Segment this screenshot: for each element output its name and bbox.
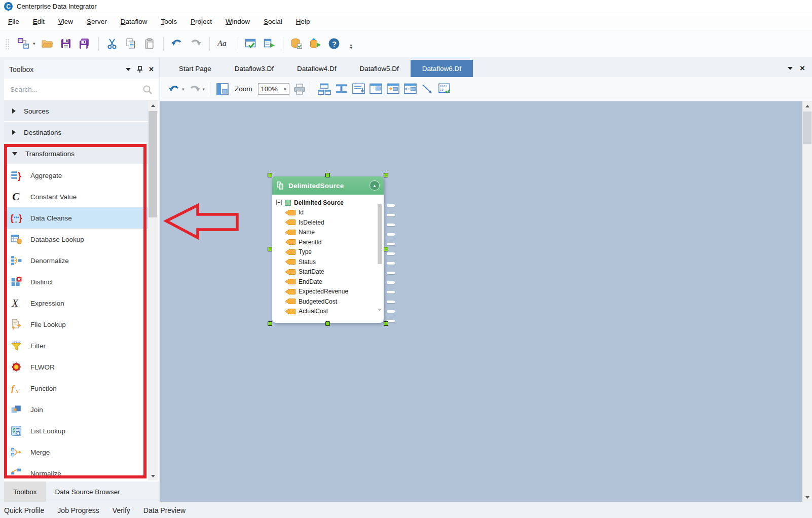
- redo-icon[interactable]: [189, 37, 203, 51]
- new-dropdown-icon[interactable]: ▾: [33, 41, 35, 46]
- menu-file[interactable]: File: [8, 18, 19, 25]
- close-document-icon[interactable]: ×: [800, 63, 805, 73]
- status-quick-profile[interactable]: Quick Profile: [4, 506, 44, 514]
- overview-icon[interactable]: [215, 82, 229, 96]
- scroll-up-icon[interactable]: [802, 101, 812, 110]
- toolbox-item-data-cleanse[interactable]: {}x Data Cleanse: [4, 207, 148, 229]
- panel-menu-icon[interactable]: [126, 68, 131, 71]
- tab-dataflow5[interactable]: Dataflow5.Df: [348, 60, 410, 77]
- save-icon[interactable]: [59, 37, 73, 51]
- scroll-down-icon[interactable]: [148, 471, 158, 480]
- start-job-icon[interactable]: [309, 37, 322, 51]
- node-field-row[interactable]: Type: [272, 247, 384, 257]
- tab-list-dropdown-icon[interactable]: [788, 67, 793, 70]
- node-root-row[interactable]: − Delimited Source: [272, 198, 384, 208]
- status-verify[interactable]: Verify: [113, 506, 130, 514]
- status-data-preview[interactable]: Data Preview: [143, 506, 186, 514]
- delimited-source-node[interactable]: DelimitedSource ▲ − Delimited Source Id …: [272, 176, 384, 323]
- toolbox-item-aggregate[interactable]: } Aggregate: [4, 165, 148, 186]
- tab-start-page[interactable]: Start Page: [167, 60, 223, 77]
- search-icon[interactable]: [142, 85, 153, 95]
- close-panel-icon[interactable]: ×: [149, 66, 154, 73]
- toolbox-item-distinct[interactable]: Distinct: [4, 271, 148, 292]
- menu-view[interactable]: View: [58, 18, 73, 25]
- node-field-row[interactable]: Id: [272, 208, 384, 218]
- toolbox-item-constant-value[interactable]: C Constant Value: [4, 186, 148, 207]
- toolbox-item-normalize[interactable]: Normalize: [4, 463, 148, 480]
- selection-handle[interactable]: [384, 247, 388, 251]
- menu-dataflow[interactable]: Dataflow: [121, 18, 147, 25]
- undo-dropdown-icon[interactable]: ▾: [182, 87, 184, 92]
- canvas-scrollbar[interactable]: [802, 101, 812, 502]
- node-field-row[interactable]: ExpectedRevenue: [272, 287, 384, 297]
- redo-icon[interactable]: [188, 82, 202, 96]
- verify-window-icon[interactable]: [244, 37, 257, 51]
- toolbar-overflow-icon[interactable]: ▾: [350, 45, 353, 50]
- toolbox-section-sources[interactable]: Sources: [4, 101, 148, 122]
- selection-handle[interactable]: [384, 173, 388, 177]
- menu-social[interactable]: Social: [264, 18, 282, 25]
- toolbox-section-destinations[interactable]: Destinations: [4, 122, 148, 143]
- print-icon[interactable]: [293, 82, 307, 96]
- zoom-select[interactable]: 100% ▾: [258, 83, 289, 95]
- node-field-row[interactable]: ParentId: [272, 237, 384, 247]
- open-icon[interactable]: [41, 37, 54, 51]
- menu-edit[interactable]: Edit: [33, 18, 45, 25]
- panel-preview-icon[interactable]: [369, 82, 383, 96]
- draw-link-icon[interactable]: [421, 82, 434, 96]
- new-dataflow-icon[interactable]: [16, 37, 30, 51]
- search-input[interactable]: [10, 86, 138, 93]
- layout-vertical-icon[interactable]: [335, 82, 348, 96]
- toolbox-item-file-lookup[interactable]: File Lookup: [4, 314, 148, 335]
- tab-data-source-browser[interactable]: Data Source Browser: [46, 482, 129, 502]
- toolbar-grip[interactable]: [5, 39, 10, 50]
- scroll-down-icon[interactable]: [378, 311, 382, 320]
- tab-dataflow4[interactable]: Dataflow4.Df: [285, 60, 348, 77]
- tab-toolbox[interactable]: Toolbox: [4, 482, 46, 502]
- pin-icon[interactable]: [137, 66, 143, 73]
- toolbox-item-flwor[interactable]: FLWOR: [4, 356, 148, 378]
- panel-expand-icon[interactable]: [403, 82, 417, 96]
- collapse-node-icon[interactable]: ▲: [370, 180, 380, 191]
- help-icon[interactable]: ?: [327, 37, 341, 51]
- node-field-row[interactable]: ActualCost: [272, 307, 384, 317]
- status-job-progress[interactable]: Job Progress: [57, 506, 99, 514]
- scrollbar-thumb[interactable]: [803, 112, 811, 144]
- selection-handle[interactable]: [268, 247, 272, 251]
- toolbox-item-function[interactable]: fx Function: [4, 378, 148, 399]
- layout-horizontal-icon[interactable]: [317, 82, 331, 96]
- node-header[interactable]: DelimitedSource ▲: [272, 176, 384, 195]
- node-field-row[interactable]: Status: [272, 257, 384, 267]
- undo-icon[interactable]: [170, 37, 184, 51]
- toolbox-item-expression[interactable]: X Expression: [4, 292, 148, 314]
- save-all-icon[interactable]: [78, 37, 92, 51]
- node-field-row[interactable]: IsDeleted: [272, 217, 384, 228]
- selection-handle[interactable]: [268, 321, 272, 326]
- menu-tools[interactable]: Tools: [161, 18, 177, 25]
- selection-handle[interactable]: [325, 173, 330, 177]
- tab-dataflow6[interactable]: Dataflow6.Df: [411, 60, 473, 77]
- scroll-up-icon[interactable]: [148, 101, 158, 110]
- node-field-row[interactable]: EndDate: [272, 277, 384, 287]
- toolbox-scrollbar[interactable]: [148, 101, 158, 480]
- node-field-row[interactable]: BudgetedCost: [272, 297, 384, 307]
- toolbox-item-merge[interactable]: Merge: [4, 441, 148, 463]
- toolbox-item-denormalize[interactable]: Denormalize: [4, 250, 148, 271]
- menu-help[interactable]: Help: [296, 18, 310, 25]
- menu-project[interactable]: Project: [191, 18, 212, 25]
- undo-icon[interactable]: [167, 82, 181, 96]
- arrange-list-icon[interactable]: [352, 82, 365, 96]
- redo-dropdown-icon[interactable]: ▾: [203, 87, 205, 92]
- database-verify-icon[interactable]: [290, 37, 304, 51]
- scrollbar-thumb[interactable]: [149, 111, 157, 217]
- toolbox-section-transformations[interactable]: Transformations: [4, 143, 148, 165]
- menu-window[interactable]: Window: [226, 18, 250, 25]
- font-icon[interactable]: Aa: [216, 37, 230, 51]
- paste-icon[interactable]: [143, 37, 157, 51]
- preview-data-icon[interactable]: 010110: [438, 82, 452, 96]
- cut-icon[interactable]: [105, 37, 119, 51]
- panel-insert-icon[interactable]: [386, 82, 400, 96]
- run-window-icon[interactable]: [263, 37, 276, 51]
- tab-dataflow3[interactable]: Dataflow3.Df: [223, 60, 285, 77]
- toolbox-item-database-lookup[interactable]: Database Lookup: [4, 229, 148, 250]
